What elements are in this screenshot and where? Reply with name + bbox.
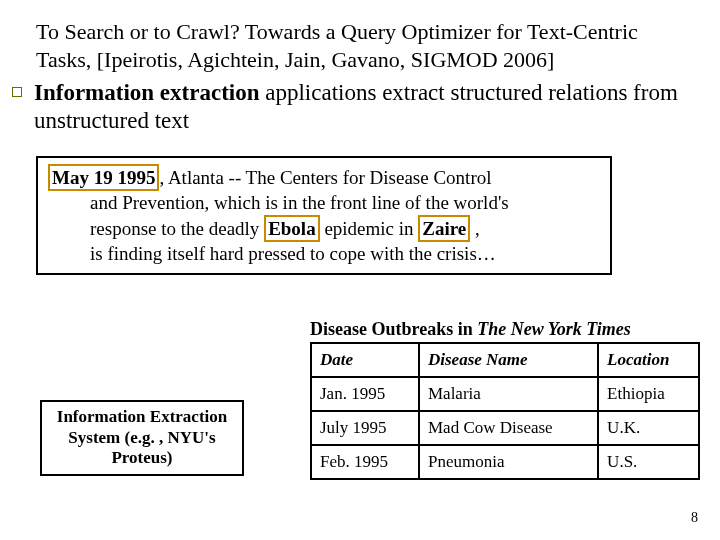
cell: Jan. 1995 (311, 377, 419, 411)
table-row: Jan. 1995 Malaria Ethiopia (311, 377, 699, 411)
caption-b: The New York Times (477, 319, 631, 339)
bullet-text: Information extraction applications extr… (24, 79, 698, 134)
quote-frag: , (470, 218, 480, 239)
cell: July 1995 (311, 411, 419, 445)
table-header-row: Date Disease Name Location (311, 343, 699, 377)
page-number: 8 (691, 510, 698, 526)
output-table: Date Disease Name Location Jan. 1995 Mal… (310, 342, 700, 480)
table-row: July 1995 Mad Cow Disease U.K. (311, 411, 699, 445)
ies-box: Information Extraction System (e.g. , NY… (40, 400, 244, 476)
quote-frag: epidemic in (320, 218, 419, 239)
quote-line: is finding itself hard pressed to cope w… (48, 242, 600, 265)
quote-frag: , Atlanta -- The Centers for Disease Con… (159, 167, 491, 188)
highlight-disease: Ebola (264, 215, 320, 242)
cell: Mad Cow Disease (419, 411, 598, 445)
cell: Malaria (419, 377, 598, 411)
quote-line: response to the deadly Ebola epidemic in… (48, 215, 600, 242)
quote-frag: response to the deadly (90, 218, 264, 239)
highlight-location: Zaire (418, 215, 470, 242)
cell: Pneumonia (419, 445, 598, 479)
slide-title: To Search or to Crawl? Towards a Query O… (36, 18, 698, 73)
cell: Feb. 1995 (311, 445, 419, 479)
caption-a: Disease Outbreaks in (310, 319, 477, 339)
col-disease: Disease Name (419, 343, 598, 377)
col-date: Date (311, 343, 419, 377)
bullet-item: Information extraction applications extr… (12, 79, 698, 134)
quote-box: May 19 1995, Atlanta -- The Centers for … (36, 156, 612, 275)
table-row: Feb. 1995 Pneumonia U.S. (311, 445, 699, 479)
cell: U.S. (598, 445, 699, 479)
cell: U.K. (598, 411, 699, 445)
bullet-lead: Information extraction (34, 80, 260, 105)
cell: Ethiopia (598, 377, 699, 411)
slide: To Search or to Crawl? Towards a Query O… (0, 0, 720, 540)
bullet-icon (12, 87, 22, 97)
quote-line: and Prevention, which is in the front li… (48, 191, 600, 214)
table-caption: Disease Outbreaks in The New York Times (310, 319, 631, 340)
highlight-date: May 19 1995 (48, 164, 159, 191)
col-location: Location (598, 343, 699, 377)
